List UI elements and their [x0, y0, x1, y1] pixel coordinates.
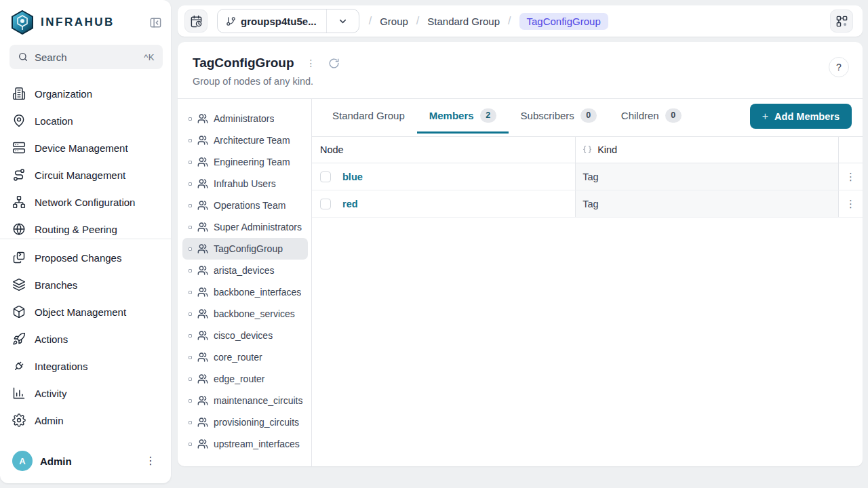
group-list-item[interactable]: edge_router [182, 368, 308, 390]
users-icon [197, 243, 208, 254]
breadcrumb-separator: / [508, 15, 511, 27]
group-list-item[interactable]: Super Administrators [182, 216, 308, 238]
workflow-icon [835, 15, 848, 28]
refresh-button[interactable] [328, 58, 340, 69]
group-list-item[interactable]: maintenance_circuits [182, 390, 308, 411]
children-count-badge: 0 [665, 108, 682, 123]
refresh-icon [328, 58, 340, 69]
users-icon [197, 265, 208, 276]
add-members-button[interactable]: + Add Members [750, 104, 852, 129]
group-list-item[interactable]: Infrahub Users [182, 173, 308, 195]
page-kebab-icon[interactable]: ⋮ [304, 56, 319, 70]
network-icon [12, 195, 26, 209]
group-list-item[interactable]: backbone_interfaces [182, 281, 308, 303]
group-list-item[interactable]: TagConfigGroup [182, 238, 308, 260]
square-bullet-icon [189, 378, 192, 381]
sidebar-item[interactable]: Network Configuration [9, 188, 163, 216]
sidebar-collapse-icon[interactable] [148, 15, 163, 30]
sidebar-item[interactable]: Object Management [9, 298, 163, 325]
group-label: maintenance_circuits [214, 395, 303, 406]
plug-icon [12, 359, 26, 373]
square-bullet-icon [189, 182, 192, 186]
search-input[interactable] [35, 52, 138, 63]
tab-standard-group[interactable]: Standard Group [320, 99, 417, 134]
branch-selector[interactable]: groupsp4tu5e... [217, 9, 359, 33]
sidebar-item-label: Integrations [35, 361, 87, 372]
breadcrumb-separator: / [416, 15, 419, 27]
calendar-clock-icon [190, 15, 203, 28]
sidebar-item[interactable]: Admin [9, 407, 163, 434]
tab-members[interactable]: Members 2 [417, 99, 509, 134]
sidebar-item[interactable]: Actions [9, 325, 163, 352]
group-label: edge_router [214, 373, 265, 384]
table-row[interactable]: blue Tag ⋮ [312, 163, 863, 190]
group-list-item[interactable]: upstream_interfaces [182, 433, 308, 455]
tab-subscribers[interactable]: Subscribers 0 [509, 99, 609, 134]
user-kebab-icon[interactable]: ⋮ [141, 453, 160, 469]
branch-dropdown-toggle[interactable] [326, 9, 359, 33]
row-checkbox[interactable] [320, 199, 331, 209]
search-box[interactable]: ^K [9, 45, 163, 69]
sidebar-item-label: Routing & Peering [35, 224, 117, 235]
sidebar-item[interactable]: Device Management [9, 134, 163, 161]
group-list-item[interactable]: core_router [182, 346, 308, 368]
table-header-row: Node Kind [312, 136, 863, 163]
sidebar-item[interactable]: Routing & Peering [9, 216, 163, 239]
square-bullet-icon [189, 161, 192, 164]
sidebar-item[interactable]: Circuit Management [9, 161, 163, 188]
square-bullet-icon [189, 334, 192, 338]
users-icon [197, 135, 208, 146]
group-label: cisco_devices [214, 330, 273, 341]
group-label: Infrahub Users [214, 178, 276, 189]
user-menu[interactable]: A Admin ⋮ [9, 445, 163, 476]
row-kebab-icon[interactable]: ⋮ [842, 197, 859, 211]
group-list-item[interactable]: Administrators [182, 108, 308, 129]
sidebar-item-label: Actions [35, 333, 68, 345]
rocket-icon [12, 332, 26, 346]
users-icon [197, 439, 208, 449]
workflow-button[interactable] [830, 9, 853, 33]
git-compare-icon [12, 251, 26, 264]
breadcrumb-current: TagConfigGroup [519, 13, 608, 30]
tab-children[interactable]: Children 0 [609, 99, 694, 134]
tab-panel: Standard Group Members 2 Subscribers 0 C… [312, 99, 863, 466]
sidebar-item[interactable]: Organization [9, 80, 163, 107]
nav-section-secondary: Proposed Changes Branches Object Managem… [9, 244, 163, 434]
group-list-item[interactable]: arista_devices [182, 260, 308, 281]
box-icon [12, 305, 26, 319]
calendar-clock-button[interactable] [184, 9, 208, 33]
column-header-kind: Kind [597, 144, 617, 155]
members-table: Node Kind [312, 136, 863, 218]
sidebar-item[interactable]: Branches [9, 271, 163, 298]
group-list-item[interactable]: Architecture Team [182, 129, 308, 151]
search-icon [18, 52, 28, 62]
layers-icon [12, 278, 26, 291]
sidebar-item[interactable]: Activity [9, 380, 163, 407]
users-icon [197, 395, 208, 406]
sidebar-item[interactable]: Location [9, 107, 163, 134]
sidebar-item[interactable]: Proposed Changes [9, 244, 163, 271]
sidebar-item[interactable]: Integrations [9, 352, 163, 380]
node-link[interactable]: red [342, 199, 358, 209]
group-label: provisioning_circuits [214, 417, 299, 428]
row-kebab-icon[interactable]: ⋮ [842, 169, 859, 184]
row-checkbox[interactable] [320, 171, 331, 182]
kind-value: Tag [583, 171, 598, 182]
breadcrumb-group[interactable]: Group [380, 16, 408, 27]
group-list-item[interactable]: cisco_devices [182, 325, 308, 346]
users-icon [197, 287, 208, 298]
node-link[interactable]: blue [342, 171, 363, 182]
group-list-item[interactable]: Engineering Team [182, 151, 308, 173]
breadcrumb-standard-group[interactable]: Standard Group [427, 16, 500, 27]
sidebar-item-label: Branches [35, 279, 77, 291]
group-list: Administrators Archi [178, 99, 312, 466]
users-icon [197, 352, 208, 363]
table-row[interactable]: red Tag ⋮ [312, 190, 863, 218]
globe-icon [12, 222, 26, 236]
help-button[interactable]: ? [829, 57, 849, 77]
group-list-item[interactable]: backbone_services [182, 303, 308, 325]
group-list-item[interactable]: Operations Team [182, 195, 308, 216]
group-list-item[interactable]: provisioning_circuits [182, 411, 308, 433]
group-label: Administrators [214, 113, 274, 124]
square-bullet-icon [189, 399, 192, 403]
